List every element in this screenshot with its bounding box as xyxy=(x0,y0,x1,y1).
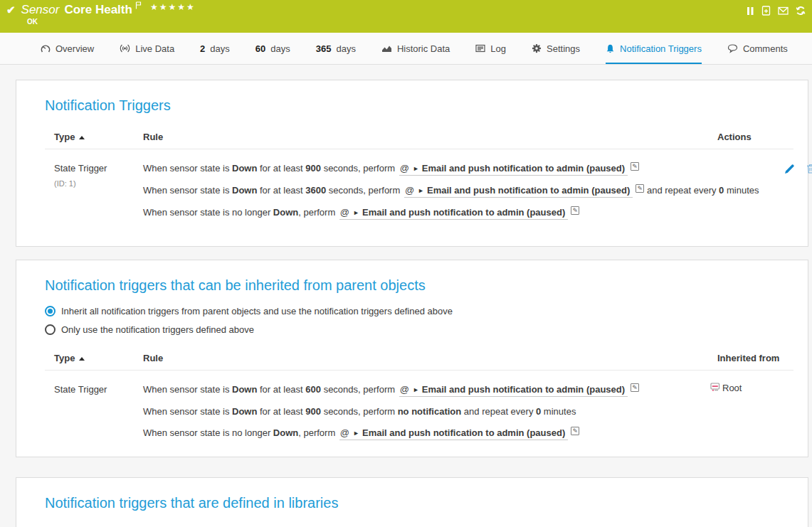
notification-link[interactable]: @►Email and push notification to admin (… xyxy=(339,427,568,440)
notification-link[interactable]: @►Email and push notification to admin (… xyxy=(399,384,628,397)
push-arrow-icon: ► xyxy=(353,209,359,216)
tab-settings[interactable]: Settings xyxy=(532,33,580,64)
inherited-triggers-panel: Notification triggers that can be inheri… xyxy=(16,260,808,457)
trigger-rules-cell: When sensor state is Down for at least 6… xyxy=(143,383,690,448)
push-arrow-icon: ► xyxy=(418,187,424,194)
tab-2-days[interactable]: 2days xyxy=(200,33,230,64)
triggers-table: Type Rule Actions State Trigger (ID: 1) … xyxy=(45,132,793,228)
email-at-icon: @ xyxy=(405,185,414,196)
email-at-icon: @ xyxy=(340,207,349,218)
tab-notification-triggers[interactable]: Notification Triggers xyxy=(606,33,702,64)
push-arrow-icon: ► xyxy=(413,386,419,393)
panel-title: Notification Triggers xyxy=(16,80,808,114)
trigger-id: (ID: 1) xyxy=(54,179,143,188)
refresh-icon[interactable] xyxy=(796,6,806,16)
edit-notification-icon[interactable]: ✎ xyxy=(631,162,639,171)
edit-notification-icon[interactable]: ✎ xyxy=(571,206,579,215)
sensor-status-header: ✔ Sensor Core Health ★★★★★ OK xyxy=(0,0,812,33)
tab-comments[interactable]: Comments xyxy=(727,33,788,64)
column-type[interactable]: Type xyxy=(54,132,143,142)
live-signal-icon xyxy=(120,44,130,53)
inherit-option-only-defined[interactable]: Only use the notification triggers defin… xyxy=(45,324,808,335)
trigger-rule: When sensor state is Down for at least 9… xyxy=(143,405,690,419)
priority-stars[interactable]: ★★★★★ xyxy=(150,2,196,12)
trigger-actions-cell xyxy=(759,161,812,228)
email-at-icon: @ xyxy=(400,163,409,174)
trigger-type-cell: State Trigger xyxy=(54,383,143,448)
tab-60-days[interactable]: 60days xyxy=(255,33,290,64)
trigger-rule: When sensor state is Down for at least 9… xyxy=(143,161,759,176)
sort-asc-icon[interactable] xyxy=(79,136,85,139)
column-actions: Actions xyxy=(690,132,793,142)
edit-notification-icon[interactable]: ✎ xyxy=(631,383,639,392)
object-type-label: Sensor xyxy=(21,3,60,17)
trigger-rule: When sensor state is no longer Down, per… xyxy=(143,426,690,441)
flag-icon[interactable] xyxy=(135,0,142,12)
radio-unselected-icon[interactable] xyxy=(45,324,56,335)
sort-asc-icon[interactable] xyxy=(79,357,85,361)
comment-bubble-icon xyxy=(727,44,738,53)
column-rule: Rule xyxy=(143,353,690,363)
table-row: State Trigger (ID: 1) When sensor state … xyxy=(45,149,793,228)
status-badge: OK xyxy=(27,18,38,26)
column-type[interactable]: Type xyxy=(54,353,143,363)
inherited-from-cell: Root xyxy=(690,383,793,448)
trigger-type-cell: State Trigger (ID: 1) xyxy=(54,161,143,228)
edit-notification-icon[interactable]: ✎ xyxy=(571,427,579,435)
gear-icon xyxy=(532,43,542,53)
inherit-option-all[interactable]: Inherit all notification triggers from p… xyxy=(45,306,808,316)
notification-link[interactable]: @►Email and push notification to admin (… xyxy=(399,163,628,176)
tab-365-days[interactable]: 365days xyxy=(316,33,356,64)
radio-selected-icon[interactable] xyxy=(45,306,56,316)
notification-link[interactable]: @►Email and push notification to admin (… xyxy=(404,185,633,198)
library-triggers-panel: Notification triggers that are defined i… xyxy=(16,477,808,527)
edit-trigger-pencil-icon[interactable] xyxy=(784,164,795,174)
inherited-from-link[interactable]: Root xyxy=(722,383,742,393)
panel-title: Notification triggers that can be inheri… xyxy=(16,260,808,294)
tab-log[interactable]: Log xyxy=(475,33,506,64)
radio-label: Only use the notification triggers defin… xyxy=(61,324,254,335)
notification-link[interactable]: @►Email and push notification to admin (… xyxy=(339,207,568,220)
tab-live-data[interactable]: Live Data xyxy=(120,33,174,64)
gauge-icon xyxy=(41,44,51,53)
table-header: Type Rule Inherited from xyxy=(45,353,793,371)
notification-triggers-panel: Notification Triggers Type Rule Actions … xyxy=(16,80,808,247)
radio-label: Inherit all notification triggers from p… xyxy=(61,306,453,316)
email-icon[interactable] xyxy=(778,6,789,15)
bell-icon xyxy=(606,44,615,53)
root-group-icon xyxy=(710,383,720,394)
status-ok-check-icon: ✔ xyxy=(6,4,16,16)
push-arrow-icon: ► xyxy=(353,430,359,437)
column-rule: Rule xyxy=(143,132,690,142)
trigger-rule: When sensor state is Down for at least 6… xyxy=(143,383,690,398)
sensor-title: ✔ Sensor Core Health ★★★★★ xyxy=(6,3,196,17)
email-at-icon: @ xyxy=(400,384,409,395)
header-toolbar xyxy=(746,6,806,16)
push-arrow-icon: ► xyxy=(413,165,419,172)
tab-overview[interactable]: Overview xyxy=(41,33,94,64)
table-header: Type Rule Actions xyxy=(45,132,793,149)
email-at-icon: @ xyxy=(340,427,349,438)
trigger-rule: When sensor state is Down for at least 3… xyxy=(143,183,759,198)
delete-trigger-trash-icon[interactable] xyxy=(806,164,812,174)
inherited-triggers-table: Type Rule Inherited from State Trigger W… xyxy=(45,353,793,448)
column-inherited-from: Inherited from xyxy=(690,353,793,363)
trigger-rule: When sensor state is no longer Down, per… xyxy=(143,206,759,220)
area-chart-icon xyxy=(381,44,392,53)
edit-notification-icon[interactable]: ✎ xyxy=(636,184,644,193)
document-add-icon[interactable] xyxy=(761,6,771,16)
trigger-rules-cell: When sensor state is Down for at least 9… xyxy=(143,161,759,228)
tab-bar: Overview Live Data 2days 60days 365days … xyxy=(0,33,812,65)
panel-title: Notification triggers that are defined i… xyxy=(16,478,808,511)
table-row: State Trigger When sensor state is Down … xyxy=(45,371,793,448)
log-list-icon xyxy=(475,44,485,53)
page-title: Core Health xyxy=(64,3,132,17)
tab-historic-data[interactable]: Historic Data xyxy=(381,33,450,64)
pause-icon[interactable] xyxy=(746,6,754,16)
